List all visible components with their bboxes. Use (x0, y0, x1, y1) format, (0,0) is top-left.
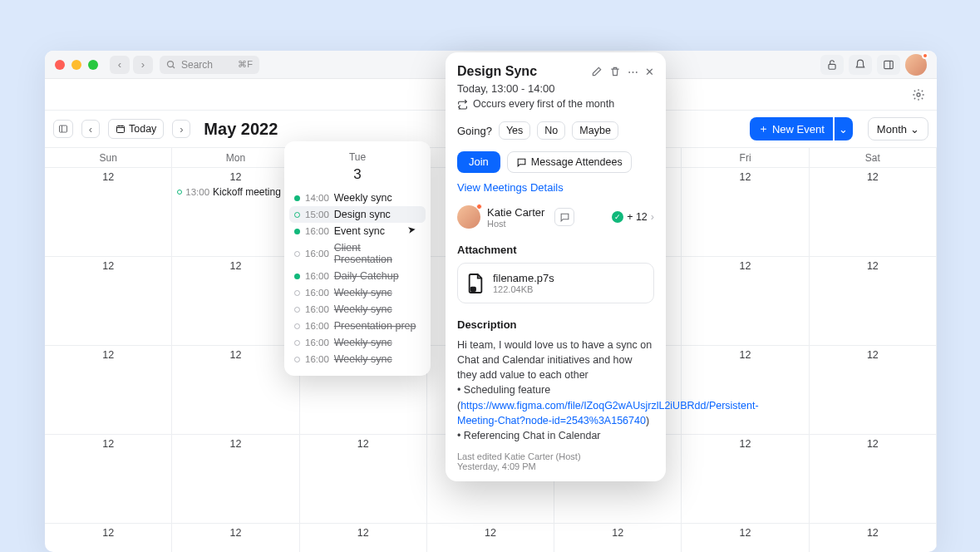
calendar-cell[interactable]: 12 (682, 257, 809, 346)
edit-icon[interactable] (591, 66, 603, 77)
new-event-dropdown[interactable]: ⌄ (835, 117, 853, 140)
event-indicator (294, 195, 300, 201)
sidebar-toggle-icon[interactable] (53, 120, 73, 138)
host-avatar[interactable] (457, 205, 480, 229)
next-month-button[interactable]: › (172, 120, 190, 138)
close-window[interactable] (55, 60, 65, 70)
day-event-row[interactable]: 16:00Client Presentation (284, 239, 431, 268)
event-chip[interactable]: 13:00Kickoff meeting (177, 186, 293, 198)
event-indicator (294, 251, 300, 257)
more-icon[interactable]: ⋯ (628, 66, 638, 78)
file-icon (466, 273, 485, 294)
chevron-right-icon: › (651, 211, 654, 223)
calendar-cell[interactable]: 12 (682, 435, 809, 524)
calendar-cell[interactable]: 12 (810, 168, 937, 257)
search-shortcut: ⌘F (238, 59, 253, 70)
day-header: Fri (682, 148, 809, 168)
event-indicator (294, 340, 300, 346)
calendar-cell[interactable]: 12 (172, 524, 299, 552)
chat-host-button[interactable] (554, 208, 574, 226)
calendar-cell[interactable]: 12 (682, 346, 809, 435)
rsvp-no[interactable]: No (537, 121, 565, 140)
event-indicator (294, 274, 300, 279)
description-heading: Description (457, 318, 654, 331)
event-detail-panel: Design Sync ⋯ ✕ Today, 13:00 - 14:00 Occ… (446, 52, 666, 481)
calendar-cell[interactable]: 12 (172, 257, 299, 346)
day-event-row[interactable]: 16:00Weekly sync (284, 284, 431, 301)
calendar-cell[interactable]: 12 (300, 435, 427, 524)
new-event-button[interactable]: ＋New Event (750, 117, 833, 140)
going-label: Going? (457, 125, 492, 137)
attachment-heading: Attachment (457, 244, 654, 256)
delete-icon[interactable] (609, 66, 621, 77)
join-button[interactable]: Join (457, 151, 500, 173)
calendar-cell[interactable]: 12 (810, 524, 937, 552)
calendar-cell[interactable]: 12 (427, 524, 554, 552)
calendar-cell[interactable]: 1213:00Kickoff meeting (172, 168, 299, 257)
search-placeholder: Search (181, 59, 213, 71)
nav-forward-button[interactable]: › (133, 56, 153, 74)
panel-icon[interactable] (877, 55, 900, 75)
message-attendees-button[interactable]: Message Attendees (507, 151, 632, 173)
event-title: Design Sync (457, 64, 584, 79)
day-event-row[interactable]: 16:00Weekly sync (284, 351, 431, 367)
day-header: Sun (45, 148, 172, 168)
calendar-cell[interactable]: 12 (810, 435, 937, 524)
prev-month-button[interactable]: ‹ (81, 120, 100, 138)
calendar-cell[interactable]: 12 (810, 257, 937, 346)
calendar-cell[interactable]: 12 (45, 346, 172, 435)
day-event-row[interactable]: 15:00Design sync (289, 206, 426, 223)
settings-icon[interactable] (912, 88, 925, 101)
calendar-cell[interactable]: 12 (45, 168, 172, 257)
calendar-cell[interactable]: 12 (45, 257, 172, 346)
day-event-row[interactable]: 16:00Weekly sync (284, 334, 431, 351)
traffic-lights (55, 60, 98, 70)
calendar-cell[interactable]: 12 (810, 346, 937, 435)
host-role: Host (487, 219, 544, 229)
rsvp-maybe[interactable]: Maybe (572, 121, 618, 140)
rsvp-yes[interactable]: Yes (499, 121, 530, 140)
last-edited: Last edited Katie Carter (Host) Yesterda… (457, 451, 654, 471)
svg-rect-5 (117, 126, 125, 133)
view-meetings-link[interactable]: View Meetings Details (457, 181, 654, 194)
day-header: Mon (172, 148, 299, 168)
chevron-down-icon: ⌄ (910, 123, 919, 136)
calendar-cell[interactable]: 12 (300, 524, 427, 552)
bell-icon[interactable] (849, 55, 872, 75)
day-header: Sat (810, 148, 937, 168)
day-event-row[interactable]: 14:00Weekly sync (284, 190, 431, 206)
attendee-count[interactable]: ✓ + 12 › (612, 211, 654, 223)
search-icon (166, 60, 176, 70)
attachment-card[interactable]: filename.p7s 122.04KB (457, 263, 654, 303)
today-button[interactable]: Today (108, 119, 164, 139)
user-avatar[interactable] (905, 54, 927, 76)
day-event-row[interactable]: 16:00Weekly sync (284, 301, 431, 318)
day-event-row[interactable]: 16:00Presentation prep (284, 318, 431, 334)
search-input[interactable]: Search ⌘F (160, 56, 259, 74)
view-selector[interactable]: Month⌄ (868, 117, 928, 140)
svg-rect-6 (471, 287, 476, 291)
day-event-row[interactable]: 16:00Daily Catchup (284, 268, 431, 284)
calendar-cell[interactable]: 12 (45, 435, 172, 524)
calendar-cell[interactable]: 12 (172, 346, 299, 435)
event-recurrence: Occurs every first of the month (457, 98, 654, 110)
popover-day-label: Tue (284, 151, 431, 163)
calendar-cell[interactable]: 12 (172, 435, 299, 524)
svg-rect-1 (829, 64, 835, 69)
svg-point-0 (168, 61, 174, 67)
repeat-icon (457, 99, 468, 110)
calendar-cell[interactable]: 12 (682, 524, 809, 552)
maximize-window[interactable] (88, 60, 98, 70)
minimize-window[interactable] (71, 60, 81, 70)
month-title: May 2022 (204, 120, 278, 139)
calendar-cell[interactable]: 12 (45, 524, 172, 552)
lock-icon[interactable] (820, 55, 844, 75)
close-icon[interactable]: ✕ (645, 66, 654, 78)
check-icon: ✓ (612, 211, 623, 223)
host-name: Katie Carter (487, 206, 544, 219)
calendar-cell[interactable]: 12 (554, 524, 682, 552)
calendar-cell[interactable]: 12 (682, 168, 809, 257)
chat-icon (516, 157, 527, 168)
nav-back-button[interactable]: ‹ (110, 56, 130, 74)
event-indicator (294, 290, 300, 296)
